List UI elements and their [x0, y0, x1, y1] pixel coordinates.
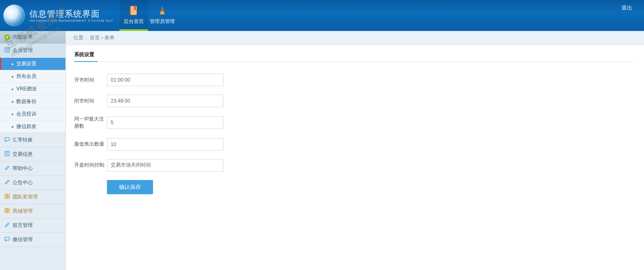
app-title: 信息管理系统界面 [29, 9, 113, 19]
grid-icon [4, 193, 10, 201]
breadcrumb-home[interactable]: 首页 [90, 35, 100, 41]
edit-icon [4, 165, 10, 172]
svg-point-3 [162, 8, 164, 10]
sidebar-subitem-wechat-mass[interactable]: ▸微信群发 [0, 120, 65, 133]
breadcrumb: 位置： 首页 › 表单 [66, 31, 644, 45]
sidebar-item-wechat[interactable]: 微信管理 [0, 233, 65, 247]
input-open-ctrl[interactable] [107, 159, 223, 172]
sidebar-item-mall[interactable]: 商城管理 [0, 204, 65, 218]
logo-icon [3, 5, 25, 26]
app-subtitle: INFORMATION MANAGEMENT SYSTEM GUI [29, 19, 113, 23]
sidebar-item-label: 交易信息 [13, 151, 33, 158]
sidebar-subitem-trade-set[interactable]: ▸交易设置 [0, 57, 65, 70]
collapse-icon[interactable]: ▾ [4, 34, 10, 40]
sidebar-subitem-all-member[interactable]: ▸所有会员 [0, 70, 65, 82]
label-max-reg: 同一IP最大注册数 [74, 116, 107, 130]
sidebar-subitem-label: 交易设置 [16, 60, 36, 67]
sidebar-item-trade-info[interactable]: 交易信息 [0, 147, 65, 161]
nav-admin-label: 管理员管理 [150, 18, 175, 25]
label-close-time: 闭市时间 [74, 98, 107, 105]
sidebar-head-label: 功能菜单 [13, 33, 33, 41]
panel-title-text: 系统设置 [74, 51, 94, 57]
chat-icon [4, 136, 10, 144]
arrow-icon: ▸ [12, 99, 14, 104]
sidebar-item-label: 留言管理 [13, 222, 33, 229]
row-open-ctrl: 开盘时间控制 [74, 159, 636, 172]
sidebar-item-label: 会员管理 [13, 47, 33, 54]
svg-rect-17 [8, 211, 9, 213]
sidebar-subitem-label: 所有会员 [16, 73, 36, 80]
logout-link[interactable]: 退出 [621, 4, 632, 12]
top-nav: 后台首页 管理员管理 [119, 0, 177, 31]
svg-rect-13 [8, 197, 9, 198]
sidebar-item-label: 帮助中心 [13, 165, 33, 172]
nav-home[interactable]: 后台首页 [119, 0, 148, 31]
svg-rect-14 [5, 208, 7, 210]
panel-underline [74, 61, 98, 62]
row-max-reg: 同一IP最大注册数 [74, 116, 636, 130]
sidebar-item-rate[interactable]: 汇率转换 [0, 133, 65, 147]
svg-rect-7 [5, 152, 10, 156]
chat-icon [4, 236, 10, 243]
label-open-time: 开市时间 [74, 77, 107, 84]
label-min-sell: 最低售出数量 [74, 141, 107, 148]
svg-rect-11 [8, 194, 9, 196]
logo: 信息管理系统界面 INFORMATION MANAGEMENT SYSTEM G… [0, 0, 119, 31]
save-button[interactable]: 确认保存 [107, 180, 153, 194]
nav-admin[interactable]: 管理员管理 [148, 0, 177, 31]
sidebar-item-label: 商城管理 [13, 208, 33, 215]
input-min-sell[interactable] [107, 138, 223, 151]
sidebar-item-label: 汇率转换 [13, 136, 33, 144]
svg-rect-4 [5, 48, 10, 52]
panel: 系统设置 开市时间 闭市时间 同一IP最大注册数 最低售出数量 开盘时间控制 [66, 45, 644, 204]
row-min-sell: 最低售出数量 [74, 138, 636, 151]
arrow-icon: ▸ [12, 112, 14, 116]
svg-rect-1 [131, 6, 137, 15]
sidebar: ▾ 功能菜单 会员管理▸交易设置▸所有会员▸VRE赠送▸数据备份▸会员投诉▸微信… [0, 31, 66, 270]
sidebar-subitem-vre[interactable]: ▸VRE赠送 [0, 82, 65, 95]
svg-rect-15 [8, 208, 9, 210]
book-icon [128, 5, 140, 16]
sidebar-subitem-label: 会员投诉 [16, 111, 36, 118]
compass-icon [156, 5, 168, 16]
sidebar-item-notice[interactable]: 公告中心 [0, 176, 65, 190]
arrow-icon: ▸ [12, 74, 14, 79]
input-max-reg[interactable] [107, 116, 223, 129]
sidebar-item-label: 团队奖管理 [13, 193, 38, 201]
row-close-time: 闭市时间 [74, 95, 636, 107]
doc-icon [4, 47, 10, 54]
panel-title: 系统设置 [74, 51, 636, 62]
doc-icon [4, 151, 10, 158]
sidebar-item-message[interactable]: 留言管理 [0, 219, 65, 232]
sidebar-item-help[interactable]: 帮助中心 [0, 162, 65, 175]
svg-rect-10 [5, 194, 7, 196]
arrow-icon: ▸ [12, 87, 14, 91]
header: 信息管理系统界面 INFORMATION MANAGEMENT SYSTEM G… [0, 0, 644, 31]
input-open-time[interactable] [107, 74, 223, 86]
content: 位置： 首页 › 表单 系统设置 开市时间 闭市时间 同一IP最大注册数 [66, 31, 644, 270]
input-close-time[interactable] [107, 95, 223, 107]
sidebar-subitem-complaint[interactable]: ▸会员投诉 [0, 108, 65, 120]
sidebar-subitem-backup[interactable]: ▸数据备份 [0, 95, 65, 108]
arrow-icon: ▸ [12, 62, 14, 66]
sidebar-item-label: 公告中心 [13, 179, 33, 186]
grid-icon [4, 208, 10, 215]
sidebar-item-team[interactable]: 团队奖管理 [0, 190, 65, 204]
edit-icon [4, 222, 10, 229]
row-open-time: 开市时间 [74, 74, 636, 86]
breadcrumb-current: 表单 [104, 35, 114, 41]
svg-rect-2 [135, 6, 136, 10]
arrow-icon: ▸ [12, 124, 14, 129]
edit-icon [4, 179, 10, 186]
svg-rect-16 [5, 211, 7, 213]
svg-rect-12 [5, 197, 7, 198]
nav-home-label: 后台首页 [124, 18, 144, 25]
label-open-ctrl: 开盘时间控制 [74, 162, 107, 169]
breadcrumb-label: 位置： [73, 35, 88, 41]
breadcrumb-sep: › [101, 35, 103, 41]
main: ▾ 功能菜单 会员管理▸交易设置▸所有会员▸VRE赠送▸数据备份▸会员投诉▸微信… [0, 31, 644, 270]
sidebar-subitem-label: 数据备份 [16, 98, 36, 105]
sidebar-head: ▾ 功能菜单 [0, 31, 65, 44]
sidebar-subitem-label: VRE赠送 [16, 85, 37, 93]
sidebar-item-member[interactable]: 会员管理 [0, 44, 65, 57]
